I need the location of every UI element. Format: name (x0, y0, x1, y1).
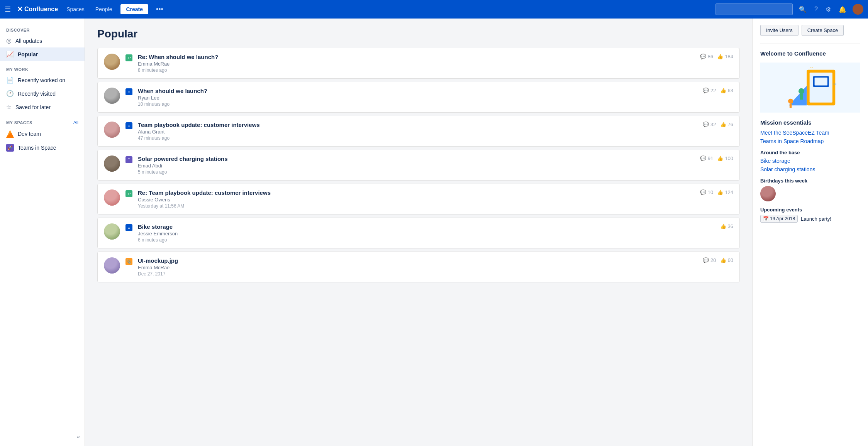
feed-item-0: ↩ Re: When should we launch? Emma McRae … (97, 48, 740, 79)
create-space-button[interactable]: Create Space (802, 25, 844, 36)
feed-content-4: Re: Team playbook update: customer inter… (138, 189, 695, 209)
sidebar: 1 DISCOVER ◎ All updates 📈 Popular 2 MY … (0, 19, 85, 446)
birthday-row (760, 186, 860, 201)
svg-rect-11 (815, 78, 827, 85)
feed-item-4: ↩ Re: Team playbook update: customer int… (97, 184, 740, 215)
feed-likes-6: 👍 60 (720, 257, 733, 263)
dev-team-label: Dev team (18, 131, 41, 137)
sidebar-collapse-button[interactable]: « (77, 434, 80, 440)
feed-type-icon-0: ↩ (125, 54, 132, 61)
feed-item-3: " Solar powered charging stations Emad A… (97, 150, 740, 181)
feed-item-2: ≡ Team playbook update: customer intervi… (97, 116, 740, 147)
feed-type-icon-4: ↩ (125, 190, 132, 197)
logo[interactable]: ✕ Confluence (17, 5, 58, 14)
feed-meta-4: 💬 10 👍 124 (700, 189, 733, 195)
feed-title-4[interactable]: Re: Team playbook update: customer inter… (138, 189, 695, 196)
more-icon[interactable]: ••• (154, 4, 165, 15)
feed-likes-4: 👍 124 (717, 189, 733, 195)
feed-title-3[interactable]: Solar powered charging stations (138, 155, 695, 162)
invite-users-button[interactable]: Invite Users (760, 25, 798, 36)
avatar[interactable] (853, 4, 863, 15)
birthday-avatar (760, 186, 776, 201)
compass-icon: ◎ (6, 37, 12, 44)
feed-title-2[interactable]: Team playbook update: customer interview… (138, 122, 697, 128)
recently-worked-on-label: Recently worked on (18, 77, 65, 83)
my-spaces-header: MY SPACES All (0, 117, 85, 127)
feed-likes-3: 👍 100 (717, 155, 733, 161)
feed-likes-1: 👍 63 (720, 88, 733, 93)
search-icon[interactable]: 🔍 (797, 4, 808, 15)
sidebar-item-recently-worked-on[interactable]: 📄 Recently worked on (0, 73, 85, 87)
teams-in-space-label: Teams in Space (18, 145, 56, 151)
logo-text: Confluence (24, 6, 58, 13)
feed-likes-5: 👍 36 (720, 223, 733, 229)
feed-likes-0: 👍 184 (717, 54, 733, 59)
settings-icon[interactable]: ⚙ (824, 4, 832, 15)
welcome-illustration (760, 61, 860, 115)
feed-title-0[interactable]: Re: When should we launch? (138, 54, 695, 60)
feed-avatar-0 (104, 54, 120, 70)
hamburger-icon[interactable]: ☰ (5, 5, 11, 14)
meet-team-link[interactable]: Meet the SeeSpaceEZ Team (760, 130, 860, 136)
feed-title-1[interactable]: When should we launch? (138, 88, 697, 94)
sidebar-item-teams-in-space[interactable]: 🚀 Teams in Space (0, 141, 85, 155)
feed-meta-3: 💬 91 👍 100 (700, 155, 733, 161)
svg-rect-7 (790, 104, 792, 108)
feed-avatar-6 (104, 257, 120, 274)
feed-item-5: ≡ Bike storage Jessie Emmerson 6 minutes… (97, 218, 740, 248)
sidebar-item-saved-for-later[interactable]: ☆ Saved for later (0, 100, 85, 114)
feed-comments-3: 💬 91 (700, 155, 713, 161)
feed-author-2: Alana Grant (138, 129, 697, 135)
sidebar-item-dev-team[interactable]: Dev team (0, 127, 85, 141)
bell-icon[interactable]: 🔔 (837, 4, 848, 15)
feed-item-6: 📎 UI-mockup.jpg Emma McRae Dec 27, 2017 … (97, 252, 740, 282)
search-input[interactable] (715, 3, 793, 15)
feed-avatar-4 (104, 189, 120, 206)
feed-content-5: Bike storage Jessie Emmerson 6 minutes a… (138, 223, 715, 243)
people-nav-link[interactable]: People (93, 5, 115, 14)
sidebar-item-all-updates[interactable]: ◎ All updates (0, 34, 85, 47)
feed-content-6: UI-mockup.jpg Emma McRae Dec 27, 2017 (138, 257, 697, 277)
saved-for-later-label: Saved for later (15, 104, 51, 110)
feed-meta-6: 💬 20 👍 60 (703, 257, 733, 263)
around-base-label: Around the base (760, 150, 860, 155)
birthdays-label: Birthdays this week (760, 178, 860, 184)
help-icon[interactable]: ? (813, 4, 819, 14)
event-name: Launch party! (801, 216, 831, 222)
event-row: 📅 19 Apr 2018 Launch party! (760, 215, 860, 223)
spaces-nav-link[interactable]: Spaces (64, 5, 87, 14)
feed-content-0: Re: When should we launch? Emma McRae 8 … (138, 54, 695, 73)
feed-type-icon-1: ≡ (125, 88, 132, 95)
roadmap-link[interactable]: Teams in Space Roadmap (760, 138, 860, 144)
feed-comments-6: 💬 20 (703, 257, 716, 263)
create-button[interactable]: Create (120, 4, 148, 14)
welcome-title: Welcome to Confluence (760, 50, 860, 57)
feed-item-1: ≡ When should we launch? Ryan Lee 10 min… (97, 82, 740, 113)
feed-avatar-2 (104, 122, 120, 138)
event-date-badge: 📅 19 Apr 2018 (760, 215, 798, 223)
feed-time-5: 6 minutes ago (138, 237, 715, 243)
spaces-all-link[interactable]: All (73, 120, 78, 125)
feed-author-1: Ryan Lee (138, 95, 697, 101)
feed-time-0: 8 minutes ago (138, 68, 695, 73)
feed-content-3: Solar powered charging stations Emad Abd… (138, 155, 695, 175)
feed-title-5[interactable]: Bike storage (138, 223, 715, 230)
sidebar-item-recently-visited[interactable]: 🕐 Recently visited (0, 87, 85, 100)
sidebar-item-popular[interactable]: 📈 Popular (0, 47, 85, 61)
feed-title-6[interactable]: UI-mockup.jpg (138, 257, 697, 264)
feed-avatar-1 (104, 88, 120, 104)
svg-rect-5 (800, 94, 803, 100)
teams-in-space-icon: 🚀 (6, 144, 14, 152)
feed-type-icon-5: ≡ (125, 224, 132, 231)
feed-comments-0: 💬 86 (700, 54, 713, 59)
clock-icon: 🕐 (6, 90, 14, 97)
feed-type-icon-2: ≡ (125, 122, 132, 129)
svg-point-4 (798, 88, 804, 94)
dev-team-icon (6, 130, 14, 138)
svg-point-6 (788, 99, 793, 104)
feed-content-1: When should we launch? Ryan Lee 10 minut… (138, 88, 697, 107)
feed-comments-4: 💬 10 (700, 189, 713, 195)
logo-x-icon: ✕ (17, 5, 23, 14)
solar-charging-link[interactable]: Solar charging stations (760, 166, 860, 172)
bike-storage-link[interactable]: Bike storage (760, 158, 860, 164)
